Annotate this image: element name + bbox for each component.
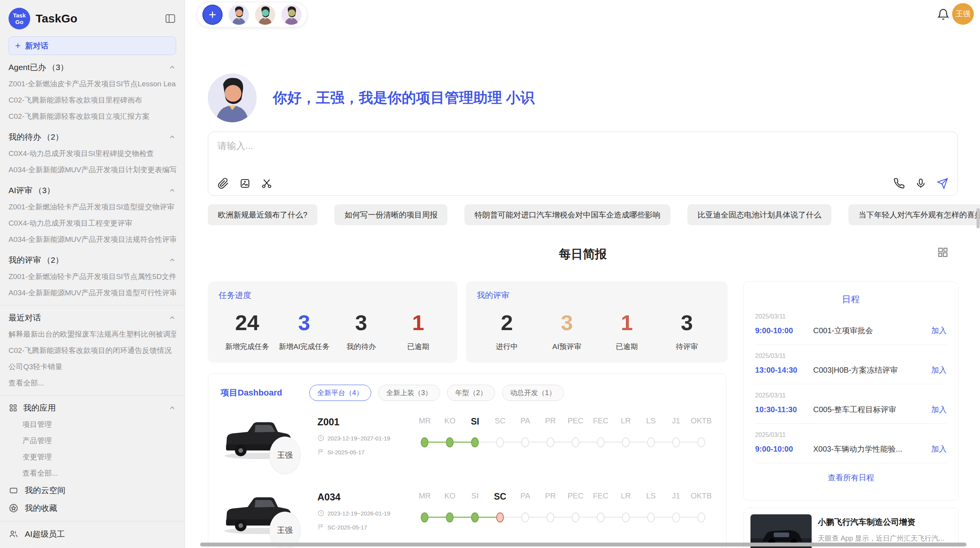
filter-chip[interactable]: 全新平台（4） (309, 385, 371, 401)
sidebar-task-item[interactable]: C02-飞腾新能源轻客改款项目里程碑画布 (9, 92, 176, 108)
phone-call-icon[interactable] (893, 178, 905, 189)
user-avatar[interactable]: 王强 (952, 3, 974, 25)
app-link-item[interactable]: 项目管理 (9, 416, 176, 433)
section-ai-review: AI评审 （3） Z001-全新燃油轻卡产品开发项目SI造型提交物评审C0X4-… (9, 182, 176, 248)
milestone-dot[interactable] (471, 437, 479, 447)
milestone-dot[interactable] (421, 512, 428, 522)
attachment-icon[interactable] (218, 178, 229, 189)
recent-chat-item[interactable]: 公司Q3轻卡销量 (9, 359, 176, 375)
milestone-dot[interactable] (572, 512, 579, 522)
collapse-panel-icon[interactable] (164, 13, 176, 24)
filter-chip[interactable]: 动总开发（1） (502, 385, 564, 401)
sidebar-item-favorites[interactable]: 我的收藏 (9, 499, 176, 517)
recent-chat-item[interactable]: 查看全部... (9, 375, 176, 391)
section-header[interactable]: 我的待办 （2） (9, 128, 176, 146)
suggestion-chip[interactable]: 如何写一份清晰的项目周报 (334, 204, 447, 225)
suggestion-chip[interactable]: 比亚迪全固态电池计划具体说了什么 (687, 204, 831, 225)
suggestion-chip[interactable]: 欧洲新规最近颁布了什么? (208, 204, 317, 225)
milestone-dot[interactable] (521, 437, 529, 447)
milestone-dot[interactable] (496, 437, 504, 447)
avatar[interactable] (281, 5, 302, 25)
stat-item: 3 待评审 (657, 308, 717, 352)
filter-chip[interactable]: 全新上装（3） (378, 385, 440, 401)
join-link[interactable]: 加入 (931, 404, 947, 415)
section-header[interactable]: 我的评审 （2） (9, 252, 176, 269)
milestone-dot[interactable] (421, 437, 428, 447)
sidebar-task-item[interactable]: Z001-全新燃油皮卡产品开发项目SI节点Lesson Learn报告 (9, 76, 176, 92)
suggestion-chip[interactable]: 当下年轻人对汽车外观有怎样的喜好趋势 (848, 204, 980, 225)
milestone-dot[interactable] (597, 512, 605, 522)
milestone-dot[interactable] (647, 512, 655, 522)
milestone-dot[interactable] (496, 512, 504, 522)
sidebar-item-ai-staff[interactable]: AI超级员工 (9, 525, 176, 543)
chevron-up-icon[interactable] (168, 256, 176, 264)
notifications-bell-icon[interactable] (937, 8, 950, 21)
milestone-dot[interactable] (647, 437, 655, 447)
sidebar-task-item[interactable]: A034-全新新能源MUV产品开发项目法规符合性评审 (9, 231, 176, 248)
milestone-dot[interactable] (697, 437, 705, 447)
milestone-dot[interactable] (697, 512, 705, 522)
sidebar-item-cloud-space[interactable]: 我的云空间 (9, 481, 176, 499)
add-session-button[interactable] (202, 5, 223, 25)
sidebar-task-item[interactable]: Z001-全新燃油轻卡产品开发项目SI节点属性5D文件评审 (9, 269, 176, 285)
milestone-label: PEC (563, 491, 588, 502)
join-link[interactable]: 加入 (931, 325, 947, 336)
send-icon[interactable] (937, 178, 948, 189)
milestone-dot[interactable] (446, 512, 454, 522)
milestone-dot[interactable] (446, 437, 454, 447)
section-header[interactable]: 最近对话 (9, 309, 176, 326)
join-link[interactable]: 加入 (931, 444, 947, 454)
sidebar-task-item[interactable]: C0X4-动力总成开发项目工程变更评审 (9, 215, 176, 231)
chevron-up-icon[interactable] (168, 404, 176, 412)
section-label: 我的评审 (9, 255, 41, 265)
chevron-up-icon[interactable] (168, 63, 176, 71)
chevron-up-icon[interactable] (168, 314, 176, 322)
milestone-dot[interactable] (547, 437, 554, 447)
section-header[interactable]: AI评审 （3） (9, 182, 176, 199)
project-row[interactable]: 王强 Z001 2023-12-19~2027-01-19 SI-2025-05… (221, 414, 714, 476)
milestone-dot[interactable] (622, 437, 630, 447)
vertical-scrollbar[interactable] (977, 208, 980, 228)
new-chat-button[interactable]: + 新对话 (9, 36, 176, 55)
filter-chip[interactable]: 年型（2） (447, 385, 495, 401)
horizontal-scrollbar[interactable] (200, 543, 966, 546)
sidebar-task-item[interactable]: A034-全新新能源MUV产品开发项目造型可行性评审 (9, 285, 176, 301)
suggestion-chip[interactable]: 特朗普可能对进口汽车增税会对中国车企造成哪些影响 (464, 204, 670, 225)
image-upload-icon[interactable] (239, 178, 251, 189)
news-card[interactable]: 小鹏飞行汽车制造公司增资 天眼查 App 显示，近日广州汇天飞行汽... (743, 508, 959, 548)
section-header[interactable]: 我的应用 (9, 399, 176, 416)
brief-layout-grid-icon[interactable] (937, 246, 949, 259)
milestone-dot[interactable] (622, 512, 630, 522)
section-header[interactable]: Agent已办 （3） (9, 59, 176, 76)
milestone-dot[interactable] (521, 512, 529, 522)
project-flag-date: SC-2025-05-17 (317, 524, 412, 531)
sidebar-task-item[interactable]: C02-飞腾新能源轻客改款项目立项汇报方案 (9, 108, 176, 125)
view-all-schedule-link[interactable]: 查看所有日程 (755, 473, 947, 483)
milestone-dot[interactable] (547, 512, 554, 522)
sidebar-item-write-helper[interactable]: 帮我写作 (9, 543, 176, 548)
sidebar-task-item[interactable]: C0X4-动力总成开发项目SI里程碑提交物检查 (9, 146, 176, 162)
milestone-dot[interactable] (471, 512, 479, 522)
app-link-item[interactable]: 变更管理 (9, 449, 176, 465)
app-link-item[interactable]: 产品管理 (9, 433, 176, 449)
scissors-icon[interactable] (261, 178, 272, 189)
section-my-apps: 我的应用 项目管理产品管理变更管理查看全部... (9, 399, 176, 481)
microphone-icon[interactable] (915, 178, 927, 189)
project-row[interactable]: 王强 A034 2023-12-19~2026-01-19 SC-2025-05… (221, 489, 714, 548)
join-link[interactable]: 加入 (931, 365, 947, 375)
avatar[interactable] (229, 5, 249, 25)
app-link-item[interactable]: 查看全部... (9, 465, 176, 481)
milestone-dot[interactable] (597, 437, 605, 447)
milestone-dot[interactable] (672, 437, 680, 447)
recent-chat-item[interactable]: C02-飞腾新能源轻客改款项目的闭环通告反馈情况 (9, 342, 176, 359)
chevron-up-icon[interactable] (168, 187, 176, 194)
message-input[interactable] (218, 140, 948, 163)
sidebar-task-item[interactable]: A034-全新新能源MUV产品开发项目计划变更表编写 (9, 162, 176, 178)
milestone-dot[interactable] (572, 437, 579, 447)
sidebar-task-item[interactable]: Z001-全新燃油轻卡产品开发项目SI造型提交物评审 (9, 199, 176, 215)
avatar[interactable] (255, 5, 275, 25)
recent-chat-item[interactable]: 解释最新出台的欧盟报废车法规再生塑料比例被调至15%... (9, 326, 176, 342)
milestone-dot[interactable] (672, 512, 680, 522)
chevron-up-icon[interactable] (168, 133, 176, 141)
project-code: Z001 (317, 416, 412, 428)
